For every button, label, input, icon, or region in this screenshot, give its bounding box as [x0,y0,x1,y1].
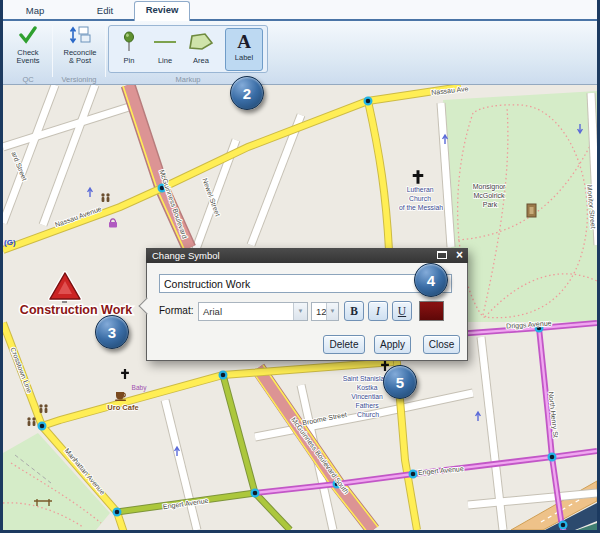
poi-lutheran-church: Lutheran Church of the Messiah [399,186,443,211]
tab-map[interactable]: Map [15,3,55,20]
application-window: Map Edit Review Check Events Reconcile &… [0,0,600,533]
construction-marker[interactable] [50,273,80,303]
pin-icon [112,31,146,55]
pin-tool-button[interactable]: Pin [112,28,146,71]
bold-button[interactable]: B [344,301,364,321]
group-label-versioning: Versioning [53,75,105,85]
area-tool-button[interactable]: Area [184,28,218,71]
delete-button[interactable]: Delete [323,335,365,354]
format-label: Format: [159,305,193,316]
close-button[interactable]: Close [423,335,460,354]
pin-label: Pin [124,56,135,65]
label-label: Label [235,53,253,62]
line-tool-button[interactable]: Line [148,28,182,71]
change-symbol-dialog: Change Symbol × Format: Arial ▼ 12 ▼ B I… [146,248,468,361]
font-size-select[interactable]: 12 ▼ [311,302,339,321]
reconcile-post-button[interactable]: Reconcile & Post [55,24,105,75]
dialog-title: Change Symbol [152,250,220,261]
label-tool-button-selected[interactable]: A Label [225,28,263,71]
close-icon[interactable]: × [456,248,463,262]
font-color-swatch[interactable] [419,301,444,321]
poi-baby: Baby [132,384,148,392]
tab-review[interactable]: Review [134,1,190,21]
street-label-engert-east: Engert Avenue [418,465,464,477]
coffee-cup-icon [115,392,126,401]
callout-badge-5: 5 [383,365,417,399]
check-events-button[interactable]: Check Events [6,24,50,75]
ribbon: Check Events Reconcile & Post [3,21,597,85]
monument-icon [527,204,536,217]
subway-g-label: (G) [4,238,16,247]
line-icon [148,31,182,55]
markup-tool-panel: Pin Line Area A Label [108,25,268,73]
group-divider [52,25,53,77]
font-size-value: 12 [316,306,327,317]
dialog-titlebar[interactable]: Change Symbol × [146,248,468,263]
label-text-input[interactable] [159,274,452,293]
underline-button[interactable]: U [392,301,412,321]
area-label: Area [193,56,209,65]
font-family-select[interactable]: Arial ▼ [198,302,308,321]
check-icon [6,26,50,47]
area-icon [184,31,218,55]
apply-button[interactable]: Apply [374,335,411,354]
reconcile-post-icon [55,26,105,47]
reconcile-label-2: & Post [69,56,91,65]
chevron-down-icon[interactable]: ▼ [326,303,338,320]
font-family-value: Arial [203,306,222,317]
group-divider [105,25,106,77]
maximize-icon[interactable] [437,251,447,259]
callout-badge-3: 3 [95,315,129,349]
group-label-qc: QC [6,75,50,85]
tab-edit[interactable]: Edit [85,3,125,20]
italic-button[interactable]: I [368,301,388,321]
check-events-label-2: Events [17,56,40,65]
street-label-crosstown: Crosstown Line [9,346,33,394]
street-label-engert-west: Engert Avenue [162,497,209,511]
callout-badge-2: 2 [230,76,264,110]
line-label: Line [158,56,172,65]
callout-badge-4: 4 [414,263,448,297]
poi-uro-cafe: Uro Cafe [107,403,138,412]
label-a-icon: A [226,32,262,52]
basket-icon [109,219,117,228]
ribbon-tab-bar: Map Edit Review [3,0,597,21]
chevron-down-icon[interactable]: ▼ [293,303,307,320]
